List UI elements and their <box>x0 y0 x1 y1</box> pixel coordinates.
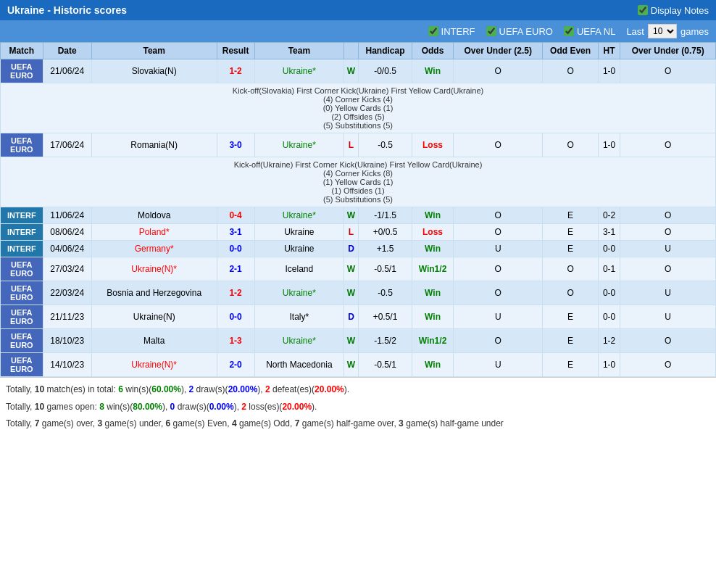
handicap-cell: -0.5/1 <box>359 353 412 377</box>
score-cell: 1-2 <box>217 59 254 83</box>
team2-cell: Ukraine <box>254 241 344 257</box>
over-under-cell: U <box>454 353 543 377</box>
filter-interf: INTERF <box>428 26 475 37</box>
table-row: INTERF 04/06/24 Germany* 0-0 Ukraine D +… <box>1 241 716 257</box>
score-cell: 3-1 <box>217 224 254 241</box>
col-date: Date <box>43 43 91 59</box>
footer-stats: Totally, 10 match(es) in total: 6 win(s)… <box>0 377 716 438</box>
wdl-cell: L <box>344 224 359 241</box>
team1-cell: Malta <box>91 329 217 353</box>
team1-cell: Ukraine(N)* <box>91 353 217 377</box>
wdl-cell: L <box>344 133 359 157</box>
team2-cell: Ukraine* <box>254 207 344 224</box>
match-type-cell: INTERF <box>1 224 43 241</box>
display-notes-checkbox[interactable] <box>638 5 648 15</box>
odd-even-cell: O <box>543 257 598 281</box>
team2-cell: Ukraine <box>254 224 344 241</box>
display-notes-label: Display Notes <box>651 5 709 16</box>
score-cell: 1-2 <box>217 281 254 305</box>
odds-cell: Win <box>412 59 453 83</box>
col-team2: Team <box>254 43 344 59</box>
ht-cell: 0-2 <box>598 207 620 224</box>
wdl-cell: W <box>344 281 359 305</box>
team1-cell: Ukraine(N)* <box>91 257 217 281</box>
team1-cell: Romania(N) <box>91 133 217 157</box>
wdl-cell: W <box>344 329 359 353</box>
ht-cell: 0-0 <box>598 305 620 329</box>
results-table: Match Date Team Result Team Handicap Odd… <box>0 42 716 377</box>
match-type-cell: UEFAEURO <box>1 133 43 157</box>
filter-uefa-euro: UEFA EURO <box>486 26 553 37</box>
stat-line-1: Totally, 10 match(es) in total: 6 win(s)… <box>6 382 710 398</box>
score-cell: 0-4 <box>217 207 254 224</box>
handicap-cell: -0.5/1 <box>359 257 412 281</box>
odd-even-cell: E <box>543 353 598 377</box>
match-type-cell: INTERF <box>1 207 43 224</box>
stat-line-2: Totally, 10 games open: 8 win(s)(80.00%)… <box>6 399 710 415</box>
odd-even-cell: O <box>543 133 598 157</box>
table-row: UEFAEURO 27/03/24 Ukraine(N)* 2-1 Icelan… <box>1 257 716 281</box>
ht-cell: 1-2 <box>598 329 620 353</box>
over-under-cell: O <box>454 224 543 241</box>
ht-cell: 3-1 <box>598 224 620 241</box>
filter-last-games: Last 10 20 30 games <box>626 24 709 38</box>
date-cell: 14/10/23 <box>43 353 91 377</box>
team2-cell: North Macedonia <box>254 353 344 377</box>
col-odds: Odds <box>412 43 453 59</box>
filter-uefa-nl-checkbox[interactable] <box>564 26 574 36</box>
team2-cell: Italy* <box>254 305 344 329</box>
score-cell: 1-3 <box>217 329 254 353</box>
handicap-cell: +0/0.5 <box>359 224 412 241</box>
table-row: INTERF 11/06/24 Moldova 0-4 Ukraine* W -… <box>1 207 716 224</box>
date-cell: 17/06/24 <box>43 133 91 157</box>
match-type-cell: UEFAEURO <box>1 305 43 329</box>
stat-line-3: Totally, 7 game(s) over, 3 game(s) under… <box>6 416 710 432</box>
col-odd-even: Odd Even <box>543 43 598 59</box>
date-cell: 22/03/24 <box>43 281 91 305</box>
games-label: games <box>680 26 709 37</box>
over-under-cell: O <box>454 59 543 83</box>
score-cell: 0-0 <box>217 241 254 257</box>
team2-cell: Ukraine* <box>254 329 344 353</box>
filter-interf-checkbox[interactable] <box>428 26 438 36</box>
score-cell: 2-0 <box>217 353 254 377</box>
notes-row: Kick-off(Slovakia) First Corner Kick(Ukr… <box>1 83 716 133</box>
filter-bar: INTERF UEFA EURO UEFA NL Last 10 20 30 g… <box>0 20 716 42</box>
handicap-cell: -0/0.5 <box>359 59 412 83</box>
over-under-cell: O <box>454 329 543 353</box>
odds-cell: Win <box>412 281 453 305</box>
col-result: Result <box>217 43 254 59</box>
match-type-cell: UEFAEURO <box>1 59 43 83</box>
col-team1: Team <box>91 43 217 59</box>
date-cell: 18/10/23 <box>43 329 91 353</box>
match-type-cell: UEFAEURO <box>1 281 43 305</box>
team2-cell: Iceland <box>254 257 344 281</box>
odds-cell: Loss <box>412 224 453 241</box>
filter-uefa-euro-checkbox[interactable] <box>486 26 496 36</box>
wdl-cell: W <box>344 257 359 281</box>
date-cell: 11/06/24 <box>43 207 91 224</box>
odds-cell: Win <box>412 241 453 257</box>
date-cell: 27/03/24 <box>43 257 91 281</box>
match-type-cell: UEFAEURO <box>1 329 43 353</box>
display-notes-container: Display Notes <box>638 5 709 16</box>
ht-cell: 0-1 <box>598 257 620 281</box>
over-under-cell: U <box>454 241 543 257</box>
odds-cell: Win1/2 <box>412 329 453 353</box>
handicap-cell: -0.5 <box>359 281 412 305</box>
ht-cell: 1-0 <box>598 353 620 377</box>
over-under2-cell: O <box>620 224 716 241</box>
last-games-select[interactable]: 10 20 30 <box>648 24 677 38</box>
page-title: Ukraine - Historic scores <box>7 4 127 16</box>
over-under2-cell: O <box>620 257 716 281</box>
wdl-cell: W <box>344 59 359 83</box>
filter-uefa-nl-label: UEFA NL <box>577 26 615 37</box>
team2-cell: Ukraine* <box>254 133 344 157</box>
notes-row: Kick-off(Ukraine) First Corner Kick(Ukra… <box>1 157 716 207</box>
ht-cell: 1-0 <box>598 59 620 83</box>
ht-cell: 1-0 <box>598 133 620 157</box>
over-under2-cell: O <box>620 133 716 157</box>
over-under2-cell: U <box>620 305 716 329</box>
odds-cell: Loss <box>412 133 453 157</box>
odd-even-cell: E <box>543 207 598 224</box>
